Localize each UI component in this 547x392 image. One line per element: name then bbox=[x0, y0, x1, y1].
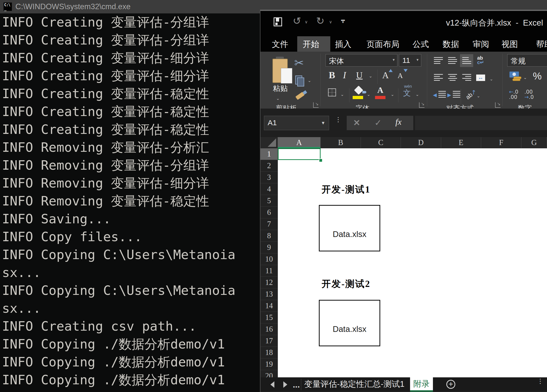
orientation-dropdown-icon[interactable]: ⌄ bbox=[477, 93, 480, 99]
column-header-F[interactable]: F bbox=[481, 137, 521, 148]
selected-cell-a1[interactable] bbox=[278, 148, 321, 160]
underline-button[interactable]: U bbox=[356, 70, 363, 80]
ribbon-tab-插入[interactable]: 插入 bbox=[335, 39, 351, 50]
align-left-icon[interactable] bbox=[434, 74, 443, 81]
undo-dropdown-icon[interactable]: ∨ bbox=[305, 19, 308, 25]
row-header-10[interactable]: 10 bbox=[260, 253, 278, 265]
number-format-select[interactable]: 常规 bbox=[507, 54, 547, 67]
paste-dropdown-icon[interactable]: ⌄ bbox=[276, 96, 280, 101]
ribbon-tab-帮助[interactable]: 帮助 bbox=[536, 39, 547, 50]
insert-function-icon[interactable]: fx bbox=[395, 117, 402, 127]
row-header-5[interactable]: 5 bbox=[260, 195, 278, 207]
row-header-11[interactable]: 11 bbox=[260, 265, 278, 277]
cancel-icon[interactable]: ✕ bbox=[353, 118, 360, 128]
row-header-7[interactable]: 7 bbox=[260, 218, 278, 230]
font-color-dropdown-icon[interactable]: ⌄ bbox=[391, 92, 394, 97]
sheet-list-ellipsis[interactable]: ... bbox=[293, 380, 300, 390]
align-top-icon[interactable] bbox=[434, 57, 443, 64]
row-header-8[interactable]: 8 bbox=[260, 230, 278, 242]
font-size-select[interactable]: 11▾ bbox=[399, 54, 421, 67]
row-header-17[interactable]: 17 bbox=[260, 335, 278, 347]
phonetic-guide-icon[interactable]: wén文 bbox=[403, 88, 411, 98]
ribbon-tab-数据[interactable]: 数据 bbox=[443, 39, 459, 50]
enter-icon[interactable]: ✓ bbox=[375, 118, 382, 128]
decrease-decimal-icon[interactable]: .00 →.0 bbox=[524, 89, 534, 100]
orientation-icon[interactable]: ab↗ bbox=[464, 88, 478, 101]
fill-handle[interactable] bbox=[319, 158, 323, 162]
sheet-grid[interactable]: 开发-测试1 Data.xlsx 开发-测试2 Data.xlsx bbox=[278, 148, 547, 378]
ribbon-tab-页面布局[interactable]: 页面布局 bbox=[367, 39, 399, 50]
row-header-19[interactable]: 19 bbox=[260, 358, 278, 370]
font-name-select[interactable]: 宋体▾ bbox=[326, 54, 397, 67]
sheetbar-more-icon[interactable]: ⋮ bbox=[537, 379, 544, 383]
qat-customize-icon[interactable]: ▬▾ bbox=[341, 18, 345, 23]
merge-dropdown-icon[interactable]: ⌄ bbox=[490, 77, 493, 82]
ribbon-tab-开始[interactable]: 开始 bbox=[303, 39, 319, 50]
underline-dropdown-icon[interactable]: ⌄ bbox=[369, 74, 372, 79]
row-header-16[interactable]: 16 bbox=[260, 323, 278, 335]
console-line: INFO Copy files... bbox=[2, 229, 142, 245]
redo-icon[interactable]: ↻ bbox=[316, 16, 325, 26]
align-center-icon[interactable] bbox=[448, 74, 457, 81]
prev-sheet-icon[interactable] bbox=[270, 381, 274, 388]
currency-dropdown-icon[interactable]: ⌄ bbox=[523, 75, 527, 80]
sheet-tab-bar: ... 变量评估-稳定性汇总-测试1 附录 + ⋮ bbox=[260, 377, 547, 392]
copy-dropdown-icon[interactable]: ⌄ bbox=[308, 78, 311, 83]
percent-style-icon[interactable]: % bbox=[533, 71, 542, 82]
sheet-tab-appendix-active[interactable]: 附录 bbox=[410, 377, 433, 392]
italic-button[interactable]: I bbox=[343, 70, 346, 80]
row-header-14[interactable]: 14 bbox=[260, 300, 278, 312]
borders-icon[interactable] bbox=[328, 88, 336, 96]
save-icon[interactable] bbox=[274, 17, 282, 26]
align-bottom-icon[interactable] bbox=[462, 57, 471, 64]
add-sheet-icon[interactable]: + bbox=[446, 380, 455, 389]
row-header-15[interactable]: 15 bbox=[260, 312, 278, 323]
align-right-icon[interactable] bbox=[462, 74, 471, 81]
ribbon-tab-文件[interactable]: 文件 bbox=[272, 39, 288, 50]
fill-color-dropdown-icon[interactable]: ⌄ bbox=[367, 92, 370, 97]
formula-input[interactable] bbox=[415, 116, 547, 130]
redo-dropdown-icon[interactable]: ∨ bbox=[329, 19, 332, 25]
cut-icon[interactable]: ✂ bbox=[294, 56, 304, 70]
increase-decimal-icon[interactable]: ←.0 .00 bbox=[509, 89, 518, 100]
clipboard-dialog-launcher-icon[interactable]: ↘ bbox=[313, 102, 319, 108]
column-header-A[interactable]: A bbox=[278, 137, 321, 148]
borders-dropdown-icon[interactable]: ⌄ bbox=[340, 92, 344, 97]
column-header-B[interactable]: B bbox=[321, 137, 361, 148]
format-painter-icon[interactable] bbox=[295, 92, 304, 100]
name-box[interactable]: A1▼ bbox=[264, 116, 329, 130]
select-all-corner[interactable] bbox=[260, 137, 278, 148]
phonetic-dropdown-icon[interactable]: ⌄ bbox=[416, 92, 419, 97]
font-dialog-launcher-icon[interactable]: ↘ bbox=[419, 102, 424, 108]
copy-icon[interactable] bbox=[295, 76, 302, 84]
row-header-4[interactable]: 4 bbox=[260, 183, 278, 195]
column-header-D[interactable]: D bbox=[401, 137, 441, 148]
ribbon-tab-公式[interactable]: 公式 bbox=[413, 39, 429, 50]
row-header-1[interactable]: 1 bbox=[260, 148, 278, 160]
row-header-6[interactable]: 6 bbox=[260, 207, 278, 218]
ribbon-tab-审阅[interactable]: 审阅 bbox=[473, 39, 489, 50]
column-header-C[interactable]: C bbox=[361, 137, 401, 148]
data-xlsx-box-2[interactable]: Data.xlsx bbox=[319, 300, 380, 346]
next-sheet-icon[interactable] bbox=[283, 381, 287, 388]
row-header-18[interactable]: 18 bbox=[260, 347, 278, 358]
column-header-E[interactable]: E bbox=[441, 137, 481, 148]
row-header-9[interactable]: 9 bbox=[260, 242, 278, 253]
shrink-font-button[interactable]: A bbox=[398, 72, 403, 80]
alignment-dialog-launcher-icon[interactable]: ↘ bbox=[495, 102, 501, 108]
align-middle-icon[interactable] bbox=[448, 57, 457, 64]
data-xlsx-box-1[interactable]: Data.xlsx bbox=[319, 205, 380, 251]
row-header-13[interactable]: 13 bbox=[260, 288, 278, 300]
ribbon-tab-视图[interactable]: 视图 bbox=[502, 39, 518, 50]
grow-font-button[interactable]: A bbox=[382, 70, 389, 80]
column-header-G[interactable]: G bbox=[521, 137, 547, 148]
wrap-text-icon[interactable]: abc↵ bbox=[477, 56, 484, 65]
undo-icon[interactable]: ↺ bbox=[293, 16, 301, 26]
sheet-tab-stability[interactable]: 变量评估-稳定性汇总-测试1 bbox=[304, 379, 404, 390]
row-header-2[interactable]: 2 bbox=[260, 160, 278, 172]
bold-button[interactable]: B bbox=[329, 70, 335, 80]
row-header-3[interactable]: 3 bbox=[260, 172, 278, 183]
merge-center-icon[interactable]: ↔ bbox=[476, 75, 485, 81]
formula-bar-grip-icon[interactable]: ⋮ bbox=[335, 118, 341, 121]
row-header-12[interactable]: 12 bbox=[260, 277, 278, 288]
